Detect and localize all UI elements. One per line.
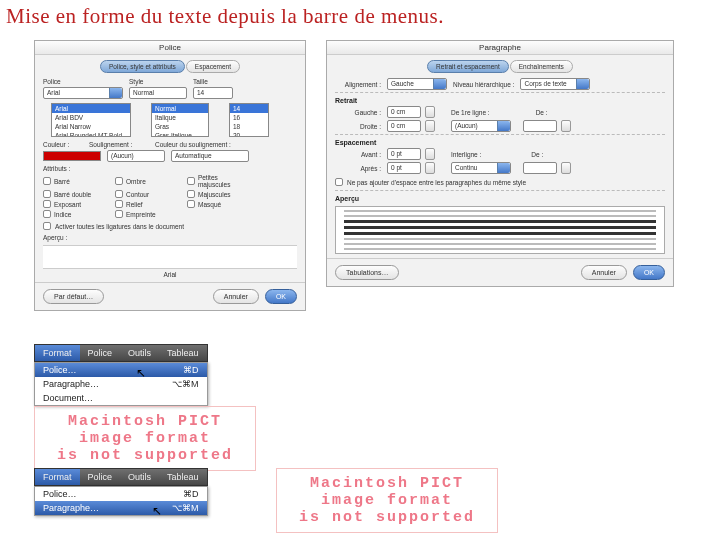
space-after-input[interactable]: 0 pt xyxy=(387,162,421,174)
line-spacing-select[interactable]: Continu xyxy=(451,162,511,174)
label-de-2: De : xyxy=(531,151,543,158)
attributes-group: Barré Ombre Petites majuscules Barré dou… xyxy=(43,174,297,218)
default-button[interactable]: Par défaut… xyxy=(43,289,104,304)
underline-select[interactable]: (Aucun) xyxy=(107,150,165,162)
label-no-space-same-style: Ne pas ajouter d'espace entre les paragr… xyxy=(347,179,526,186)
menubar-1: Format Police Outils Tableau xyxy=(34,344,208,362)
dialog-paragraphe: Paragraphe Retrait et espacement Enchaîn… xyxy=(326,40,674,287)
menu-item-paragraphe-2[interactable]: Paragraphe…⌥⌘M xyxy=(35,501,207,515)
dropdown-format-2: Police…⌘D Paragraphe…⌥⌘M xyxy=(34,486,208,516)
label-niveau: Niveau hiérarchique : xyxy=(453,81,514,88)
alignment-select[interactable]: Gauche xyxy=(387,78,447,90)
tab-espacement[interactable]: Espacement xyxy=(186,60,240,73)
size-select[interactable]: 14 xyxy=(193,87,233,99)
indent-left-input[interactable]: 0 cm xyxy=(387,106,421,118)
attr-exposant[interactable]: Exposant xyxy=(43,200,107,208)
style-select[interactable]: Normal xyxy=(129,87,187,99)
first-line-value-input[interactable] xyxy=(523,120,557,132)
font-preview-name: Arial xyxy=(35,271,305,278)
checkbox-no-space-same-style[interactable] xyxy=(335,178,343,186)
menu-item-document[interactable]: Document… xyxy=(35,391,207,405)
attr-barre-double[interactable]: Barré double xyxy=(43,190,107,198)
tab-retrait-espacement[interactable]: Retrait et espacement xyxy=(427,60,509,73)
section-apercu: Aperçu xyxy=(335,195,665,202)
space-after-stepper[interactable] xyxy=(425,162,435,174)
menubar-item-tableau-2[interactable]: Tableau xyxy=(159,469,207,485)
menu-format-police: Format Police Outils Tableau Police…⌘D P… xyxy=(34,344,208,406)
line-spacing-value-stepper[interactable] xyxy=(561,162,571,174)
first-line-value-stepper[interactable] xyxy=(561,120,571,132)
dialog-police: Police Police, style et attributs Espace… xyxy=(34,40,306,311)
pict-unsupported-1: Macintosh PICT image format is not suppo… xyxy=(34,406,256,471)
label-police: Police xyxy=(43,78,123,85)
menubar-item-format[interactable]: Format xyxy=(35,345,80,361)
attr-empreinte[interactable]: Empreinte xyxy=(115,210,179,218)
dialog-police-title: Police xyxy=(35,41,305,55)
label-interligne: Interligne : xyxy=(451,151,481,158)
attr-indice[interactable]: Indice xyxy=(43,210,107,218)
label-gauche: Gauche : xyxy=(335,109,381,116)
attr-petites-maj[interactable]: Petites majuscules xyxy=(187,174,251,188)
menubar-item-police-2[interactable]: Police xyxy=(80,469,121,485)
menubar-2: Format Police Outils Tableau xyxy=(34,468,208,486)
label-taille: Taille xyxy=(193,78,233,85)
paragraph-preview xyxy=(335,206,665,254)
size-listbox[interactable]: 14 16 18 20 22 xyxy=(229,103,269,137)
menubar-item-police[interactable]: Police xyxy=(80,345,121,361)
first-line-select[interactable]: (Aucun) xyxy=(451,120,511,132)
menubar-item-outils[interactable]: Outils xyxy=(120,345,159,361)
label-attributs: Attributs : xyxy=(43,165,297,172)
label-ligatures: Activer toutes les ligatures dans le doc… xyxy=(55,223,184,230)
label-apercu: Aperçu : xyxy=(43,234,297,241)
page-title: Mise en forme du texte depuis la barre d… xyxy=(0,0,720,37)
indent-left-stepper[interactable] xyxy=(425,106,435,118)
font-listbox[interactable]: Arial Arial BDV Arial Narrow Arial Round… xyxy=(51,103,131,137)
menubar-item-format-2[interactable]: Format xyxy=(35,469,80,485)
menubar-item-outils-2[interactable]: Outils xyxy=(120,469,159,485)
attr-masque[interactable]: Masqué xyxy=(187,200,251,208)
menu-item-paragraphe[interactable]: Paragraphe…⌥⌘M xyxy=(35,377,207,391)
label-avant: Avant : xyxy=(335,151,381,158)
label-couleur-soulign: Couleur du soulignement : xyxy=(155,141,231,148)
tab-police-styles[interactable]: Police, style et attributs xyxy=(100,60,185,73)
cancel-button[interactable]: Annuler xyxy=(213,289,259,304)
paragraph-ok-button[interactable]: OK xyxy=(633,265,665,280)
checkbox-ligatures[interactable] xyxy=(43,222,51,230)
tabulations-button[interactable]: Tabulations… xyxy=(335,265,399,280)
attr-relief[interactable]: Relief xyxy=(115,200,179,208)
space-before-input[interactable]: 0 pt xyxy=(387,148,421,160)
label-de-1re: De 1re ligne : xyxy=(451,109,490,116)
indent-right-stepper[interactable] xyxy=(425,120,435,132)
section-espacement: Espacement xyxy=(335,139,665,146)
menu-format-paragraphe: Format Police Outils Tableau Police…⌘D P… xyxy=(34,468,208,516)
underline-color-select[interactable]: Automatique xyxy=(171,150,249,162)
color-picker[interactable] xyxy=(43,151,101,161)
menu-item-police[interactable]: Police…⌘D xyxy=(35,363,207,377)
menubar-item-tableau[interactable]: Tableau xyxy=(159,345,207,361)
style-listbox[interactable]: Normal Italique Gras Gras Italique xyxy=(151,103,209,137)
section-retrait: Retrait xyxy=(335,97,665,104)
label-apres: Après : xyxy=(335,165,381,172)
indent-right-input[interactable]: 0 cm xyxy=(387,120,421,132)
outline-level-select[interactable]: Corps de texte xyxy=(520,78,590,90)
dropdown-format-1: Police…⌘D Paragraphe…⌥⌘M Document… xyxy=(34,362,208,406)
paragraph-cancel-button[interactable]: Annuler xyxy=(581,265,627,280)
font-select[interactable]: Arial xyxy=(43,87,123,99)
menu-item-police-2[interactable]: Police…⌘D xyxy=(35,487,207,501)
label-de-1: De : xyxy=(536,109,548,116)
ok-button[interactable]: OK xyxy=(265,289,297,304)
label-style: Style xyxy=(129,78,187,85)
dialog-paragraphe-title: Paragraphe xyxy=(327,41,673,55)
label-alignement: Alignement : xyxy=(335,81,381,88)
line-spacing-value-input[interactable] xyxy=(523,162,557,174)
attr-ombre[interactable]: Ombre xyxy=(115,174,179,188)
space-before-stepper[interactable] xyxy=(425,148,435,160)
label-droite: Droite : xyxy=(335,123,381,130)
attr-barre[interactable]: Barré xyxy=(43,174,107,188)
attr-contour[interactable]: Contour xyxy=(115,190,179,198)
label-couleur: Couleur : xyxy=(43,141,83,148)
attr-majuscules[interactable]: Majuscules xyxy=(187,190,251,198)
pict-unsupported-2: Macintosh PICT image format is not suppo… xyxy=(276,468,498,533)
tab-enchainements[interactable]: Enchaînements xyxy=(510,60,573,73)
label-soulignement: Soulignement : xyxy=(89,141,149,148)
